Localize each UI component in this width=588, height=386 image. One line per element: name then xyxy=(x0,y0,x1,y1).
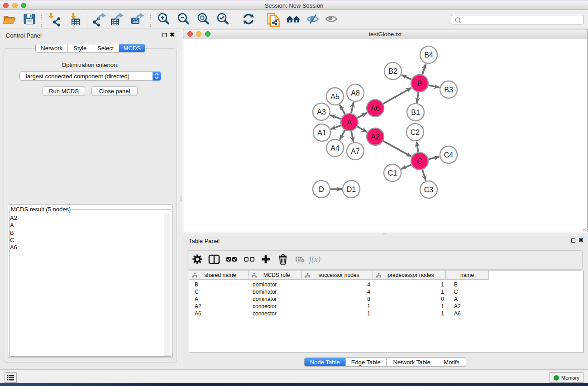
svg-text:B4: B4 xyxy=(424,51,433,59)
svg-text:C3: C3 xyxy=(424,186,434,194)
svg-text:D: D xyxy=(319,186,324,193)
svg-text:A6: A6 xyxy=(371,105,380,112)
svg-text:C1: C1 xyxy=(388,169,397,177)
svg-text:C4: C4 xyxy=(444,151,454,159)
svg-text:A2: A2 xyxy=(371,133,380,141)
svg-text:C2: C2 xyxy=(411,129,420,136)
svg-text:A3: A3 xyxy=(317,108,326,116)
svg-text:B1: B1 xyxy=(411,109,420,116)
svg-text:B2: B2 xyxy=(388,67,397,75)
svg-text:A1: A1 xyxy=(317,129,326,137)
svg-text:A8: A8 xyxy=(351,89,360,97)
svg-text:B3: B3 xyxy=(444,86,453,94)
svg-text:A5: A5 xyxy=(330,93,339,100)
svg-text:B: B xyxy=(417,80,422,87)
svg-text:C: C xyxy=(417,157,422,165)
svg-text:A7: A7 xyxy=(351,148,360,155)
svg-text:D1: D1 xyxy=(347,186,356,193)
svg-text:A: A xyxy=(347,119,352,126)
svg-text:A4: A4 xyxy=(330,144,339,152)
